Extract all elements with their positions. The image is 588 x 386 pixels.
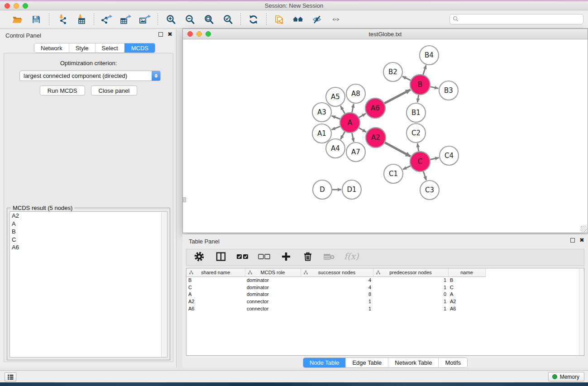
cell-MCDS-role[interactable]: dominator	[245, 284, 301, 291]
edge-A-A1[interactable]	[331, 126, 340, 129]
cell-name[interactable]: C	[448, 284, 485, 291]
network-from-file-button[interactable]	[271, 12, 287, 27]
deselect-all-button[interactable]	[258, 251, 271, 264]
graph-node-A2[interactable]: A2	[366, 128, 386, 148]
select-all-button[interactable]	[236, 251, 249, 264]
save-session-button[interactable]	[28, 12, 44, 27]
import-network-button[interactable]	[54, 12, 70, 27]
edge-A2-C[interactable]	[385, 143, 411, 157]
cell-predecessor-nodes[interactable]: 1	[373, 305, 448, 312]
column-header-name[interactable]: name	[448, 268, 485, 276]
edge-B-B4[interactable]	[423, 65, 426, 75]
table-scrollbar[interactable]	[579, 268, 584, 355]
table-row[interactable]: A6connector11A6	[186, 305, 489, 312]
cell-name[interactable]: B	[448, 276, 485, 284]
cell-shared-name[interactable]: A	[186, 291, 245, 298]
result-list-scrollbar[interactable]	[161, 212, 167, 357]
network-window-titlebar[interactable]: testGlobe.txt	[183, 29, 588, 39]
tab-network-table[interactable]: Network Table	[388, 358, 438, 367]
search-input[interactable]	[460, 16, 580, 23]
graph-node-B1[interactable]: B1	[406, 103, 425, 122]
zoom-out-button[interactable]	[182, 12, 198, 27]
table-close-panel-icon[interactable]: ✖	[579, 238, 584, 243]
mcds-result-item[interactable]: A6	[10, 243, 167, 252]
criterion-dropdown[interactable]: largest connected component (directed)	[19, 71, 161, 81]
import-table-button[interactable]	[73, 12, 89, 27]
graph-node-A5[interactable]: A5	[326, 87, 345, 106]
gear-button[interactable]	[193, 251, 206, 264]
edge-A-A8[interactable]	[352, 104, 354, 113]
canvas-scroll-nub[interactable]	[183, 197, 186, 202]
mcds-result-list[interactable]: A2ABCA6	[10, 211, 167, 357]
edge-C-C4[interactable]	[430, 158, 439, 160]
open-file-button[interactable]	[9, 12, 25, 27]
cell-predecessor-nodes[interactable]: 0	[373, 291, 448, 298]
cell-MCDS-role[interactable]: connector	[245, 305, 301, 312]
close-panel-button[interactable]: Close panel	[91, 86, 138, 95]
table-row[interactable]: A2connector11A2	[186, 298, 489, 305]
table-row[interactable]: Adominator80A	[186, 291, 489, 298]
cell-name[interactable]: A2	[448, 298, 485, 305]
edge-C-C1[interactable]	[403, 166, 411, 170]
refresh-layout-button[interactable]	[245, 12, 262, 27]
edge-A-A7[interactable]	[352, 133, 354, 142]
tab-select[interactable]: Select	[95, 43, 124, 52]
graph-node-C2[interactable]: C2	[406, 124, 425, 143]
tab-edge-table[interactable]: Edge Table	[345, 358, 388, 367]
export-table-button[interactable]	[118, 12, 134, 27]
column-header-MCDS-role[interactable]: MCDS role	[245, 268, 301, 276]
graph-node-C4[interactable]: C4	[440, 146, 459, 165]
search-field[interactable]	[449, 14, 583, 24]
mcds-result-item[interactable]: A2	[10, 212, 167, 220]
network-canvas[interactable]: B4B2BB3A8A5A6A3B1AC2A1A2A4A7C4CC1DD1C3	[183, 40, 588, 233]
cell-name[interactable]: A	[448, 291, 485, 298]
column-header-predecessor-nodes[interactable]: predecessor nodes	[373, 268, 448, 276]
edge-A-A5[interactable]	[340, 106, 344, 114]
cell-successor-nodes[interactable]: 1	[301, 298, 373, 305]
graph-node-A1[interactable]: A1	[312, 124, 331, 143]
graph-node-B2[interactable]: B2	[383, 62, 402, 81]
graph-node-C[interactable]: C	[410, 152, 430, 172]
export-image-button[interactable]	[137, 12, 153, 27]
tab-motifs[interactable]: Motifs	[438, 358, 467, 367]
edge-C-C2[interactable]	[417, 143, 418, 151]
hide-details-button[interactable]	[309, 12, 325, 27]
show-details-button[interactable]	[328, 12, 344, 27]
graph-node-A6[interactable]: A6	[365, 98, 385, 118]
cell-predecessor-nodes[interactable]: 1	[373, 298, 448, 305]
table-row[interactable]: Cdominator41C	[186, 284, 489, 291]
edge-A-A2[interactable]	[359, 128, 366, 132]
cell-shared-name[interactable]: B	[186, 276, 245, 284]
cell-predecessor-nodes[interactable]: 1	[373, 284, 448, 291]
tab-style[interactable]: Style	[69, 43, 95, 52]
task-history-button[interactable]	[5, 372, 16, 381]
tab-node-table[interactable]: Node Table	[303, 358, 346, 367]
edge-A-A6[interactable]	[359, 114, 366, 118]
graph-node-A7[interactable]: A7	[346, 143, 365, 162]
graph-node-A3[interactable]: A3	[312, 103, 331, 122]
mcds-result-item[interactable]: C	[10, 236, 167, 244]
cell-successor-nodes[interactable]: 4	[301, 276, 373, 284]
graph-node-B4[interactable]: B4	[420, 46, 439, 65]
split-panel-button[interactable]	[215, 251, 227, 264]
export-network-button[interactable]	[99, 12, 115, 27]
cell-predecessor-nodes[interactable]: 1	[373, 276, 448, 284]
edge-C-C3[interactable]	[423, 172, 426, 180]
edge-A-A3[interactable]	[332, 116, 340, 119]
graph-node-C1[interactable]: C1	[384, 164, 403, 183]
table-float-panel-icon[interactable]	[570, 238, 575, 243]
delete-row-button[interactable]	[301, 251, 314, 264]
zoom-fit-button[interactable]	[201, 12, 217, 27]
graph-node-B[interactable]: B	[410, 75, 430, 95]
graph-node-A8[interactable]: A8	[346, 84, 365, 103]
cell-successor-nodes[interactable]: 8	[301, 291, 373, 298]
edge-B-B1[interactable]	[417, 95, 418, 102]
cell-successor-nodes[interactable]: 1	[301, 305, 373, 312]
zoom-in-button[interactable]	[163, 12, 179, 27]
add-row-button[interactable]	[280, 251, 292, 264]
column-header-successor-nodes[interactable]: successor nodes	[301, 268, 373, 276]
cell-successor-nodes[interactable]: 4	[301, 284, 373, 291]
mcds-result-item[interactable]: B	[10, 228, 167, 236]
cell-shared-name[interactable]: A2	[186, 298, 245, 305]
edge-A6-B[interactable]	[384, 90, 410, 103]
